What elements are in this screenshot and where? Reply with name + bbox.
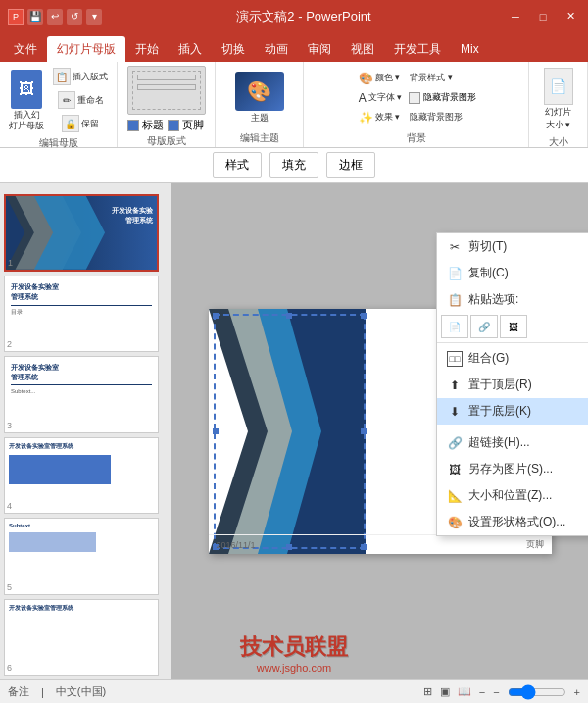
bg-btns-row2: A 文字体 ▾ 隐藏背景图形: [356, 89, 477, 107]
preserve-label: 保留: [81, 118, 99, 130]
ctx-hyperlink[interactable]: 🔗 超链接(H)...: [437, 429, 588, 456]
insert-layout-label: 插入版式: [73, 71, 108, 83]
thumb6-title: 开发设备实验室管理系统: [9, 604, 154, 613]
bg-font-label: 文字体 ▾: [368, 91, 403, 104]
tab-mix[interactable]: Mix: [451, 36, 489, 62]
ctx-copy[interactable]: 📄 复制(C): [437, 260, 588, 286]
group-background: 🎨 颜色 ▾ 背景样式 ▾ A 文字体 ▾ 隐藏背景图形: [304, 62, 529, 147]
paste-opt-3[interactable]: 🖼: [500, 315, 527, 338]
app-icon: P: [8, 9, 24, 25]
status-notes[interactable]: 备注: [8, 684, 29, 699]
bg-color-label: 颜色 ▾: [375, 72, 401, 84]
ctx-group[interactable]: □□ 组合(G) ▶: [437, 345, 588, 372]
slide-thumb-1[interactable]: 开发设备实验管理系统 1: [4, 194, 159, 272]
slide-num-5: 5: [7, 582, 12, 592]
thumb5-title: Subtext...: [9, 523, 154, 528]
hide-shape-label: 隐藏背景图形: [410, 111, 463, 124]
group-edit-theme: 🎨 主题 编辑主题: [216, 62, 304, 147]
more-quick-btn[interactable]: ▾: [86, 9, 102, 25]
ctx-save-image[interactable]: 🖼 另存为图片(S)...: [437, 456, 588, 482]
ctx-cut[interactable]: ✂ 剪切(T): [437, 233, 588, 260]
slide-num-6: 6: [7, 663, 12, 673]
btn-bg-effect[interactable]: ✨ 效果 ▾: [356, 109, 404, 126]
tab-animation[interactable]: 动画: [255, 36, 298, 62]
zoom-in-btn[interactable]: +: [574, 686, 580, 698]
slide-thumb-4[interactable]: 开发设备实验室管理系统 4: [4, 437, 159, 514]
save-quick-btn[interactable]: 💾: [27, 9, 43, 25]
ctx-format[interactable]: 🎨 设置形状格式(O)...: [437, 509, 588, 535]
slide-footer: 2016/11/1 页脚: [209, 534, 552, 554]
group-master-layout-label: 母版版式: [147, 132, 186, 148]
slide-thumb-6[interactable]: 开发设备实验室管理系统 6: [4, 599, 159, 676]
ctx-size-position[interactable]: 📐 大小和位置(Z)...: [437, 482, 588, 509]
btn-preserve[interactable]: 🔒 保留: [50, 113, 111, 134]
main-area: 开发设备实验管理系统 1 开发设备实验室管理系统 目录 2 开发设备实验室管理系…: [0, 183, 588, 679]
btn-bg-font[interactable]: A 文字体 ▾: [356, 89, 406, 107]
tab-start[interactable]: 开始: [125, 36, 169, 62]
close-btn[interactable]: ✕: [561, 9, 580, 25]
paste-opt-2[interactable]: 🔗: [470, 315, 498, 338]
view-slide-icon[interactable]: ▣: [440, 685, 450, 698]
group-master-layout: 标题 页脚 母版版式: [118, 62, 216, 147]
bring-front-icon: ⬆: [447, 377, 463, 393]
btn-border[interactable]: 边框: [326, 152, 375, 178]
thumb2-title: 开发设备实验室管理系统: [11, 282, 152, 302]
size-icon: 📄: [544, 68, 573, 105]
paste-opt-1[interactable]: 📄: [441, 315, 468, 338]
copy-icon: 📄: [447, 266, 463, 281]
bg-style-label: 背景样式 ▾: [410, 72, 453, 84]
paste-options: 📄 🔗 🖼: [437, 313, 588, 340]
thumb4-title: 开发设备实验室管理系统: [9, 442, 154, 451]
footer-checkbox[interactable]: 页脚: [168, 118, 204, 132]
ctx-send-back[interactable]: ⬇ 置于底层(K) ▶: [437, 398, 588, 425]
footer-cb-label: 页脚: [182, 118, 204, 132]
tab-slide-master[interactable]: 幻灯片母版: [47, 36, 125, 62]
redo-quick-btn[interactable]: ↺: [67, 9, 82, 25]
hyperlink-icon: 🔗: [447, 435, 463, 451]
scroll-top-pad: [4, 187, 14, 190]
ctx-send-back-label: 置于底层(K): [468, 403, 531, 420]
title-checkbox[interactable]: 标题: [127, 118, 164, 132]
tab-file[interactable]: 文件: [4, 36, 47, 62]
ctx-hyperlink-label: 超链接(H)...: [468, 434, 530, 451]
group-edit-master-label: 编辑母版: [39, 134, 78, 150]
zoom-slider[interactable]: [508, 684, 566, 700]
window-title: 演示文稿2 - PowerPoint: [102, 8, 506, 25]
hide-bg-checkbox[interactable]: 隐藏背景图形: [409, 91, 476, 104]
tab-dev[interactable]: 开发工具: [384, 36, 451, 62]
ctx-bring-front[interactable]: ⬆ 置于顶层(R) ▶: [437, 372, 588, 398]
slide-thumb-5[interactable]: Subtext... 5: [4, 518, 159, 594]
undo-quick-btn[interactable]: ↩: [47, 9, 63, 25]
ctx-copy-label: 复制(C): [468, 265, 509, 281]
btn-bg-style[interactable]: 背景样式 ▾: [407, 70, 456, 86]
font-icon: A: [359, 91, 367, 105]
slide-thumb-2[interactable]: 开发设备实验室管理系统 目录 2: [4, 276, 159, 352]
tab-review[interactable]: 审阅: [298, 36, 341, 62]
ctx-group-label: 组合(G): [468, 350, 509, 367]
btn-fill[interactable]: 填充: [270, 152, 318, 178]
maximize-btn[interactable]: □: [533, 9, 553, 25]
view-reading-icon[interactable]: 📖: [458, 685, 471, 698]
btn-insert-layout[interactable]: 📋 插入版式: [50, 66, 111, 87]
layout-preview: [127, 66, 206, 115]
btn-slide-size[interactable]: 📄 幻灯片大小 ▾: [541, 66, 576, 133]
tab-view[interactable]: 视图: [341, 36, 384, 62]
bg-btns-row3: ✨ 效果 ▾ 隐藏背景图形: [356, 109, 466, 126]
btn-bg-color[interactable]: 🎨 颜色 ▾: [356, 70, 404, 87]
zoom-out-btn[interactable]: −: [479, 686, 485, 698]
slide-thumb-3[interactable]: 开发设备实验室管理系统 Subtext... 3: [4, 356, 159, 432]
view-normal-icon[interactable]: ⊞: [423, 685, 432, 698]
tab-insert[interactable]: 插入: [169, 36, 212, 62]
tab-transition[interactable]: 切换: [212, 36, 255, 62]
group-background-label: 背景: [407, 129, 426, 145]
thumb2-content: 目录: [11, 308, 152, 317]
group-icon: □□: [447, 351, 463, 367]
btn-rename[interactable]: ✏ 重命名: [50, 89, 111, 111]
btn-insert-slide-master[interactable]: 🖼 插入幻灯片母版: [6, 68, 47, 133]
btn-theme[interactable]: 🎨 主题: [232, 70, 287, 126]
btn-bg-hide-shape[interactable]: 隐藏背景图形: [407, 109, 466, 126]
btn-style[interactable]: 样式: [213, 152, 262, 178]
ctx-size-label: 大小和位置(Z)...: [468, 487, 552, 504]
slide-panel[interactable]: 开发设备实验管理系统 1 开发设备实验室管理系统 目录 2 开发设备实验室管理系…: [0, 183, 172, 679]
minimize-btn[interactable]: ─: [506, 9, 525, 25]
